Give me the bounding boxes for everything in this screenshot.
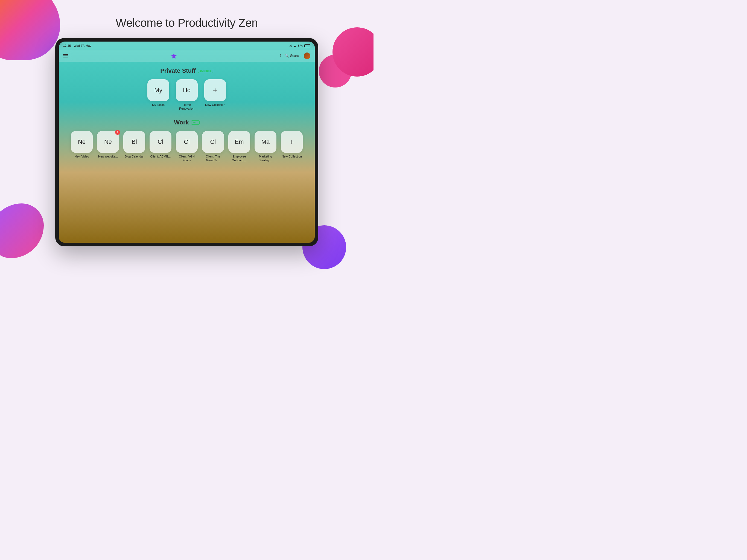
add-icon: +: [289, 137, 294, 146]
nav-center: [171, 53, 177, 59]
collection-icon-new-website: Ne 1: [97, 131, 119, 153]
list-item[interactable]: Cl Client: The Great Te...: [202, 131, 224, 162]
list-item[interactable]: Ma Marketing Strateg...: [255, 131, 277, 162]
icon-abbr: Bl: [131, 138, 137, 146]
list-item[interactable]: Ne New Video: [71, 131, 93, 162]
collection-icon-client-vgn: Cl: [176, 131, 198, 153]
battery-icon: [304, 44, 310, 47]
collection-icon-new-video: Ne: [71, 131, 93, 153]
section-header-work: Work Pro: [59, 119, 315, 126]
icon-abbr: Cl: [158, 138, 163, 146]
user-avatar[interactable]: [304, 52, 310, 59]
collection-label-home-renovation: Home Renovation: [176, 103, 198, 111]
add-icon: +: [213, 86, 217, 95]
nav-left: [63, 54, 68, 57]
collection-label-marketing-strategy: Marketing Strateg...: [255, 154, 277, 162]
collection-icon-marketing-strategy: Ma: [255, 131, 277, 153]
work-collection-grid: Ne New Video Ne 1 New website...: [59, 131, 315, 162]
section-badge-private: Business: [198, 69, 213, 73]
icon-abbr: Ne: [78, 138, 85, 146]
icon-abbr: Ne: [104, 138, 112, 146]
collection-label-blog-calendar: Blog Calendar: [125, 154, 144, 158]
status-time: 12:25: [63, 44, 71, 47]
list-item[interactable]: Em Employee Onboardi...: [228, 131, 250, 162]
status-date: Wed 27. May: [74, 44, 91, 47]
section-badge-work: Pro: [191, 120, 200, 125]
search-label: Search: [290, 54, 301, 58]
collection-icon-employee-onboarding: Em: [228, 131, 250, 153]
svg-marker-0: [171, 53, 177, 58]
collection-icon-client-great: Cl: [202, 131, 224, 153]
ipad-screen: 12:25 Wed 27. May ⌘ ▲ 8 %: [59, 42, 315, 243]
section-header-private: Private Stuff Business: [59, 67, 315, 74]
hamburger-line-1: [63, 54, 68, 55]
wifi-icon: ⌘: [289, 44, 292, 47]
list-item[interactable]: + New Collection: [204, 79, 226, 111]
signal-icon: ▲: [294, 44, 297, 47]
ipad-device: 12:25 Wed 27. May ⌘ ▲ 8 %: [55, 38, 318, 246]
list-item[interactable]: Cl Client: ACME...: [150, 131, 172, 162]
icon-abbr: Cl: [184, 138, 190, 146]
list-item[interactable]: Ho Home Renovation: [176, 79, 198, 111]
collection-icon-blog-calendar: Bl: [123, 131, 145, 153]
section-title-work: Work: [174, 119, 189, 126]
collection-label-client-acme: Client: ACME...: [150, 154, 171, 158]
hamburger-line-3: [63, 57, 68, 57]
collection-label-client-great: Client: The Great Te...: [202, 154, 224, 162]
search-icon: 🔍: [285, 54, 289, 58]
collection-label-employee-onboarding: Employee Onboardi...: [228, 154, 250, 162]
activity-icon[interactable]: ⌇: [280, 54, 282, 58]
icon-abbr: Cl: [210, 138, 216, 146]
battery-percent: 8 %: [298, 44, 303, 47]
collection-label-new-video: New Video: [75, 154, 89, 158]
list-item[interactable]: Ne 1 New website...: [97, 131, 119, 162]
collection-label-new-collection-1: New Collection: [205, 103, 225, 107]
nav-bar: ⌇ 🔍 Search: [59, 50, 315, 62]
list-item[interactable]: + New Collection: [281, 131, 303, 162]
collection-icon-home-renovation: Ho: [176, 79, 198, 101]
icon-abbr: Em: [235, 138, 244, 146]
list-item[interactable]: Cl Client: VGN Foods: [176, 131, 198, 162]
private-collection-grid: My My Tasks Ho Home Renovation: [59, 79, 315, 111]
section-work: Work Pro Ne New Video Ne: [59, 119, 315, 162]
icon-abbr: My: [154, 87, 162, 94]
collection-icon-new-collection-2: +: [281, 131, 303, 153]
icon-abbr: Ma: [261, 138, 270, 146]
page-title: Welcome to Productivity Zen: [115, 17, 258, 29]
collection-label-new-website: New website...: [98, 154, 118, 158]
collection-icon-new-collection-1: +: [204, 79, 226, 101]
blob-bottom-left: [0, 203, 44, 258]
section-title-private: Private Stuff: [160, 67, 196, 74]
collection-label-my-tasks: My Tasks: [152, 103, 164, 107]
status-left: 12:25 Wed 27. May: [63, 44, 91, 47]
status-bar: 12:25 Wed 27. May ⌘ ▲ 8 %: [59, 42, 315, 50]
status-right: ⌘ ▲ 8 %: [289, 44, 310, 47]
hamburger-line-2: [63, 55, 68, 56]
main-content: Private Stuff Business My My Tasks Ho: [59, 62, 315, 243]
blob-top-left: [0, 0, 60, 60]
collection-label-client-vgn: Client: VGN Foods: [176, 154, 198, 162]
list-item[interactable]: Bl Blog Calendar: [123, 131, 145, 162]
notification-badge: 1: [115, 130, 120, 135]
collection-label-new-collection-2: New Collection: [282, 154, 302, 158]
section-private: Private Stuff Business My My Tasks Ho: [59, 67, 315, 111]
app-logo-icon: [171, 53, 177, 59]
collection-icon-my-tasks: My: [147, 79, 169, 101]
nav-right: ⌇ 🔍 Search: [280, 52, 310, 59]
icon-abbr: Ho: [183, 87, 190, 94]
search-button[interactable]: 🔍 Search: [285, 54, 301, 58]
list-item[interactable]: My My Tasks: [147, 79, 169, 111]
menu-button[interactable]: [63, 54, 68, 57]
battery-fill: [305, 45, 305, 47]
collection-icon-client-acme: Cl: [150, 131, 172, 153]
